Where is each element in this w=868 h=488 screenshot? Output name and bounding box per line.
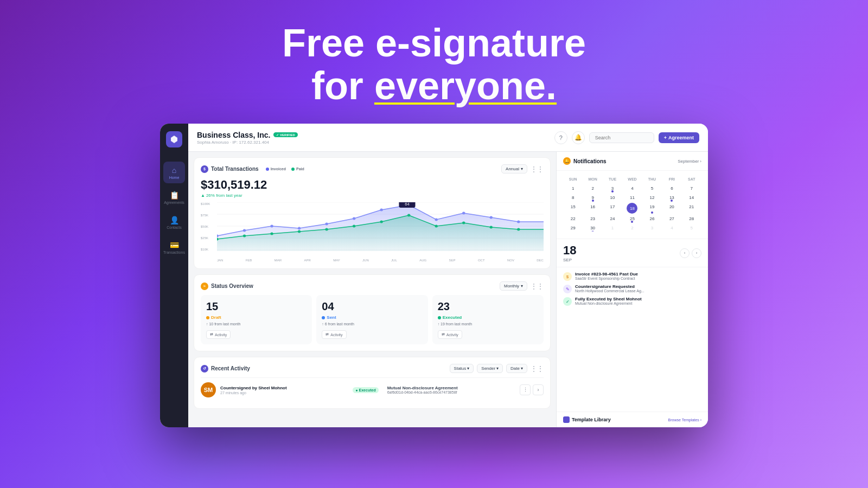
cal-day-3[interactable]: 3 <box>603 184 622 192</box>
cal-week-3: 15 16 17 18 19 20 21 <box>563 203 701 214</box>
cal-today[interactable]: 18 <box>627 203 637 214</box>
cal-label-fri: FRI <box>662 176 681 182</box>
cal-day-1[interactable]: 1 <box>563 184 583 192</box>
next-date-button[interactable]: › <box>692 248 701 258</box>
dots-menu-icon[interactable]: ⋮⋮ <box>531 165 544 173</box>
invoiced-label: Invoiced <box>271 167 286 171</box>
search-input[interactable] <box>589 132 654 143</box>
cal-day-19[interactable]: 19 <box>642 203 662 214</box>
date-filter-button[interactable]: Date ▾ <box>506 364 527 373</box>
cal-day-oct5[interactable]: 5 <box>682 224 701 232</box>
draft-change: ↑ 10 from last month <box>206 322 307 326</box>
transactions-card-header: $ Total Transactions Invoiced Paid <box>201 164 544 174</box>
more-actions-button[interactable]: ⋮ <box>520 384 531 395</box>
cal-day-23[interactable]: 23 <box>583 215 602 223</box>
status-title: ≈ Status Overview <box>201 282 253 290</box>
notification-items: $ Invoice #823-98-4561 Past Due SaaStr E… <box>557 267 708 412</box>
draft-activity-button[interactable]: ⇄ Activity <box>206 330 231 339</box>
cal-day-4[interactable]: 4 <box>622 184 642 192</box>
svg-point-24 <box>407 214 410 217</box>
cal-day-8[interactable]: 8 <box>563 194 583 202</box>
recent-dots-icon[interactable]: ⋮⋮ <box>531 365 544 373</box>
browse-templates-button[interactable]: Browse Templates › <box>668 418 701 422</box>
add-agreement-button[interactable]: + Agreement <box>659 132 699 143</box>
cal-day-15[interactable]: 15 <box>563 203 583 214</box>
sidebar-item-agreements[interactable]: 📋 Agreements <box>163 187 185 208</box>
check-icon: ✓ <box>563 297 572 306</box>
cal-day-5[interactable]: 5 <box>642 184 662 192</box>
cal-day-2[interactable]: 2 <box>583 184 602 192</box>
activity-time: 27 minutes ago <box>220 391 348 395</box>
cal-day-12[interactable]: 12 <box>642 194 662 202</box>
cal-day-16[interactable]: 16 <box>583 203 602 214</box>
cal-day-27[interactable]: 27 <box>662 215 681 223</box>
cal-day-10[interactable]: 10 <box>603 194 622 202</box>
cal-day-6[interactable]: 6 <box>662 184 681 192</box>
cal-day-7[interactable]: 7 <box>682 184 701 192</box>
month-selector[interactable]: September › <box>678 159 701 164</box>
cal-day-25[interactable]: 25 <box>622 215 642 223</box>
sender-filter-button[interactable]: Sender ▾ <box>477 364 503 373</box>
cal-day-oct2[interactable]: 2 <box>622 224 642 232</box>
svg-point-11 <box>380 209 382 211</box>
home-icon: ⌂ <box>172 166 176 175</box>
cal-day-30[interactable]: 30•• <box>583 224 602 232</box>
status-period-dropdown[interactable]: Monthly ▾ <box>500 281 527 291</box>
avatar: SM <box>201 382 216 397</box>
svg-point-16 <box>517 221 520 223</box>
status-dots-icon[interactable]: ⋮⋮ <box>531 282 544 290</box>
cal-day-24[interactable]: 24 <box>603 215 622 223</box>
cal-day-11[interactable]: 11 <box>622 194 642 202</box>
notifications-button[interactable]: 🔔 <box>572 131 585 144</box>
notifications-icon: 🔔 <box>563 157 571 165</box>
cal-day-oct4[interactable]: 4 <box>662 224 681 232</box>
chevron-down-icon: ▾ <box>521 166 523 171</box>
cal-day-18-today[interactable]: 18 <box>622 203 642 214</box>
svg-point-25 <box>435 225 438 228</box>
cal-day-17[interactable]: 17 <box>603 203 622 214</box>
notif-executed-title: Fully Executed by Sheel Mohnot <box>575 297 642 301</box>
cal-label-sat: SAT <box>682 176 701 182</box>
cal-day-20[interactable]: 20 <box>662 203 681 214</box>
sidebar-item-home[interactable]: ⌂ Home <box>163 162 185 183</box>
executed-activity-button[interactable]: ⇄ Activity <box>438 330 462 339</box>
svg-point-19 <box>270 233 273 235</box>
open-button[interactable]: › <box>533 384 544 395</box>
cal-day-oct1[interactable]: 1 <box>603 224 622 232</box>
notifications-title-text: Notifications <box>573 158 607 164</box>
chart-y-labels: $100K $75K $50K $25K $10K <box>201 202 216 251</box>
sidebar-item-transactions[interactable]: 💳 Transactions <box>163 236 185 258</box>
cal-day-21[interactable]: 21 <box>682 203 701 214</box>
svg-point-13 <box>435 219 438 221</box>
status-overview-card: ≈ Status Overview Monthly ▾ ⋮⋮ <box>194 274 551 351</box>
sent-label: Sent <box>327 315 336 320</box>
notifications-header: 🔔 Notifications September › <box>557 152 708 171</box>
add-agreement-label: Agreement <box>668 135 694 140</box>
cal-day-22[interactable]: 22 <box>563 215 583 223</box>
sent-dot <box>322 316 325 319</box>
cal-day-29[interactable]: 29 <box>563 224 583 232</box>
svg-point-22 <box>353 225 355 228</box>
help-button[interactable]: ? <box>554 131 567 144</box>
cal-day-9[interactable]: 9 <box>583 194 602 202</box>
status-period-label: Monthly <box>504 284 519 288</box>
chevron-down-icon: ▾ <box>521 284 523 288</box>
sidebar: ⌂ Home 📋 Agreements 👤 Contacts 💳 Transac… <box>160 124 188 427</box>
executed-change: ↑ 19 from last month <box>438 322 538 326</box>
selected-date-info: 18 SEP <box>563 243 576 262</box>
legend-invoiced: Invoiced <box>266 167 286 171</box>
status-filter-button[interactable]: Status ▾ <box>450 364 474 373</box>
cal-day-oct3[interactable]: 3 <box>642 224 662 232</box>
cal-day-28[interactable]: 28 <box>682 215 701 223</box>
cal-day-13[interactable]: 13 <box>662 194 681 202</box>
cal-day-14[interactable]: 14 <box>682 194 701 202</box>
sent-activity-button[interactable]: ⇄ Activity <box>322 330 346 339</box>
sidebar-item-contacts[interactable]: 👤 Contacts <box>163 211 185 233</box>
cal-label-tue: TUE <box>603 176 622 182</box>
prev-date-button[interactable]: ‹ <box>680 248 690 258</box>
cal-day-26[interactable]: 26 <box>642 215 662 223</box>
status-executed-card: 23 Executed ↑ 19 from last month ⇄ Activ… <box>432 295 544 344</box>
chevron-down-icon: ▾ <box>496 366 499 371</box>
activity-actions: ⋮ › <box>520 384 544 395</box>
period-dropdown[interactable]: Annual ▾ <box>501 164 527 174</box>
